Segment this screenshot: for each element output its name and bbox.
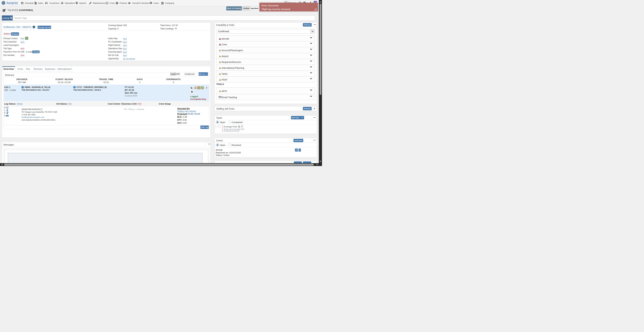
svg-text:i: i <box>34 26 34 28</box>
svg-text:$: $ <box>116 2 118 4</box>
svg-text:i: i <box>22 87 23 88</box>
svg-text:i: i <box>74 87 75 88</box>
svg-text:$: $ <box>35 2 36 4</box>
